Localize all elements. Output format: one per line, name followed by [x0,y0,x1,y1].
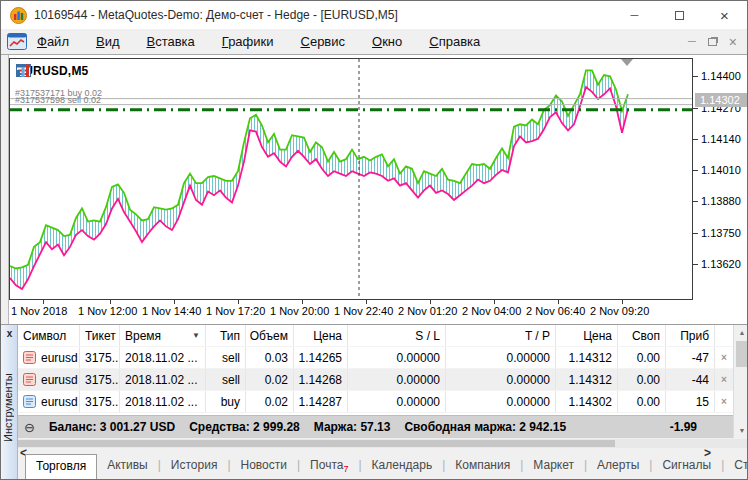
column-header-9[interactable]: Своп [618,325,666,346]
application-window: 10169544 - MetaQuotes-Demo: Демо-счет - … [0,0,748,480]
menu-window[interactable]: Окно [372,34,402,49]
cell-ticket: 3175... [80,347,120,368]
cell-tp: 0.00000 [446,391,556,412]
price-tick-mark [693,233,698,234]
column-header-0[interactable]: Символ [18,325,80,346]
maximize-button[interactable] [657,1,702,29]
tab-сигналы[interactable]: Сигналы [652,454,721,472]
price-tick-label: 1.13880 [701,195,741,207]
tab-торговля[interactable]: Торговля [25,454,97,480]
price-tick-mark [693,170,698,171]
column-header-8[interactable]: Цена [556,325,618,346]
column-header-4[interactable]: Объем [246,325,294,346]
account-summary-row[interactable]: ⊖ Баланс: 3 001.27 USD Средства: 2 999.2… [18,415,733,438]
cell-vol: 0.02 [246,391,294,412]
table-header-row: СимволТикетВремя▼ТипОбъемЦенаS / LT / PЦ… [18,325,733,347]
tab-почта[interactable]: Почта7 [300,454,358,474]
menu-bar: Файл Вид Вставка Графики Сервис Окно Спр… [1,29,747,55]
tab-история[interactable]: История [161,454,228,472]
close-button[interactable]: × [702,1,747,29]
order-line-label-sell: #317537598 sell 0.02 [15,95,101,105]
table-horizontal-scrollbar[interactable] [18,439,748,448]
time-tick-mark [302,300,303,304]
tab-алерты[interactable]: Алерты [587,454,649,472]
menu-insert[interactable]: Вставка [147,34,195,49]
column-header-5[interactable]: Цена [294,325,348,346]
chart-panel: EURUSD,M5 #317537171 buy 0.02 #317537598… [1,55,748,324]
child-restore-button[interactable] [708,38,717,46]
column-header-2[interactable]: Время▼ [120,325,206,346]
position-row[interactable]: eurusd3175...2018.11.02 ...buy0.021.1428… [18,391,733,413]
time-tick-label: 1 Nov 22:40 [334,305,393,317]
time-tick-mark [558,300,559,304]
price-axis: 1.144001.142701.141401.140101.138801.137… [693,58,748,300]
menu-help[interactable]: Справка [429,34,480,49]
tab-новости[interactable]: Новости [231,454,297,472]
tab-активы[interactable]: Активы [97,454,158,472]
scroll-up-icon[interactable]: ▲ [734,325,748,340]
collapse-icon[interactable]: ⊖ [24,420,35,435]
sell-order-icon [23,373,36,386]
column-header-7[interactable]: T / P [446,325,556,346]
cell-cur: 1.14302 [556,391,618,412]
menu-view[interactable]: Вид [96,34,120,49]
menu-file[interactable]: Файл [37,34,69,49]
table-vertical-scrollbar[interactable]: ▲ ▼ [733,325,748,438]
cell-symbol: eurusd [18,391,80,412]
position-row[interactable]: eurusd3175...2018.11.02 ...sell0.031.142… [18,347,733,369]
close-position-icon[interactable]: × [715,369,733,390]
price-tick-label: 1.14400 [701,70,741,82]
scrollbar-thumb[interactable] [736,341,748,367]
cell-time: 2018.11.02 ... [120,347,206,368]
menu-tools[interactable]: Сервис [301,34,346,49]
time-tick-mark [494,300,495,304]
time-tick-label: 2 Nov 04:00 [462,305,521,317]
tab-календарь[interactable]: Календарь [362,454,443,472]
window-title: 10169544 - MetaQuotes-Demo: Демо-счет - … [34,8,398,22]
tab-статьи[interactable]: Статьи1 [724,454,748,474]
sidebar-tab-instruments[interactable]: x Инструменты [1,325,18,480]
column-header-1[interactable]: Тикет [80,325,120,346]
cell-ticket: 3175... [80,369,120,390]
cell-tp: 0.00000 [446,347,556,368]
cell-ticket: 3175... [80,391,120,412]
column-header-6[interactable]: S / L [348,325,446,346]
cell-price: 1.14287 [294,391,348,412]
child-close-button[interactable]: × [729,35,737,49]
time-tick-label: 1 Nov 14:40 [142,305,201,317]
cell-symbol: eurusd [18,369,80,390]
cell-time: 2018.11.02 ... [120,391,206,412]
price-tick-mark [693,264,698,265]
column-header-3[interactable]: Тип [206,325,246,346]
time-tick-label: 2 Nov 06:40 [526,305,585,317]
sort-desc-icon[interactable]: ▼ [188,331,200,340]
current-price-box: 1.14302 [695,93,747,107]
price-tick-mark [693,108,698,109]
position-row[interactable]: eurusd3175...2018.11.02 ...sell0.021.142… [18,369,733,391]
left-edge-strip [1,55,9,324]
minimize-button[interactable]: ─ [612,1,657,29]
menu-charts[interactable]: Графики [222,34,274,49]
column-header-10[interactable]: Приб [666,325,715,346]
cell-vol: 0.02 [246,369,294,390]
price-tick-mark [693,76,698,77]
cell-cur: 1.14312 [556,369,618,390]
scroll-down-icon[interactable]: ▼ [734,423,748,438]
panel-close-icon[interactable]: x [1,328,18,339]
cell-swap: 0.00 [618,347,666,368]
cell-sl: 0.00000 [348,369,446,390]
chart-plot-area[interactable]: EURUSD,M5 #317537171 buy 0.02 #317537598… [9,58,693,300]
cell-profit: 15 [666,391,715,412]
cell-vol: 0.03 [246,347,294,368]
chart-shift-marker [621,59,633,66]
close-position-icon[interactable]: × [715,391,733,412]
floating-profit-value: -1.99 [670,420,733,434]
child-minimize-button[interactable]: ─ [688,36,696,47]
tab-компания[interactable]: Компания [445,454,520,472]
low-line [10,87,628,289]
hscrollbar-thumb[interactable] [18,440,615,447]
cell-type: buy [206,391,246,412]
tab-маркет[interactable]: Маркет [523,454,584,472]
time-tick-mark [622,300,623,304]
close-position-icon[interactable]: × [715,347,733,368]
